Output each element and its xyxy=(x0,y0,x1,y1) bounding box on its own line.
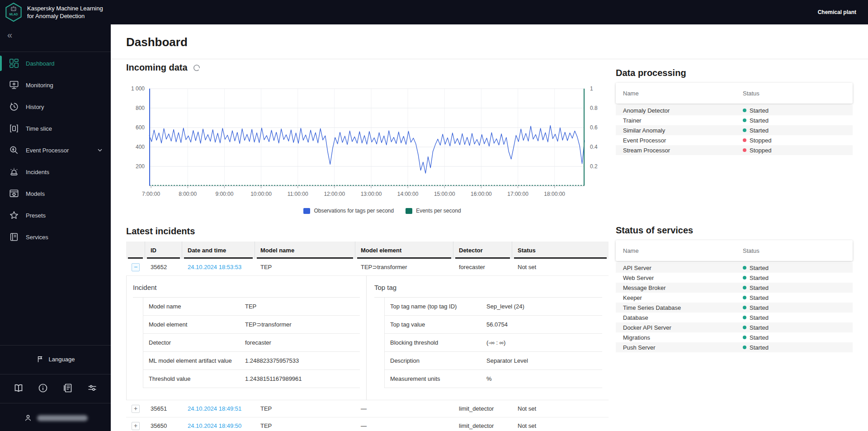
column-header-detector[interactable]: Detector xyxy=(453,242,512,259)
svg-text:0.8: 0.8 xyxy=(590,105,598,111)
incident-row-35650: + 35650 24.10.2024 18:49:50 TEP — limit_… xyxy=(126,417,609,431)
svg-text:9:00:00: 9:00:00 xyxy=(215,191,233,197)
service-name: Message Broker xyxy=(616,284,666,291)
table-row: Event Processor Stopped xyxy=(616,135,853,145)
about-button[interactable] xyxy=(36,382,50,395)
event-processor-icon xyxy=(9,145,19,155)
detail-value: % xyxy=(486,375,492,382)
detail-value: TEP xyxy=(245,303,256,310)
incident-status: Not set xyxy=(512,417,609,431)
sidebar-item-label: Services xyxy=(26,234,48,241)
top-tag-detail-panel: Top tag Top tag name (top tag ID)Sep_lev… xyxy=(367,276,609,400)
sidebar-item-services[interactable]: Services xyxy=(0,226,111,248)
settings-button[interactable] xyxy=(85,382,99,395)
table-row: Trainer Started xyxy=(616,115,853,125)
detail-row: Threshold value1.2438151167989961 xyxy=(143,370,360,388)
sidebar-item-label: Models xyxy=(26,190,45,197)
detail-row: Measurement units% xyxy=(385,370,602,388)
svg-text:400: 400 xyxy=(136,144,145,150)
column-header-status[interactable]: Status xyxy=(512,242,609,259)
models-icon xyxy=(9,189,19,199)
detail-row: ML model element artifact value1.2488233… xyxy=(143,352,360,370)
incident-element: — xyxy=(355,400,453,417)
svg-text:11:00:00: 11:00:00 xyxy=(288,191,308,197)
svg-text:7:00:00: 7:00:00 xyxy=(142,191,160,197)
sidebar-item-presets[interactable]: Presets xyxy=(0,204,111,226)
sidebar-item-dashboard[interactable]: Dashboard xyxy=(0,52,111,74)
service-name: Database xyxy=(616,314,648,321)
detail-row: Top tag name (top tag ID)Sep_level (24) xyxy=(385,298,602,316)
service-name: Push Server xyxy=(616,344,656,351)
documentation-button[interactable] xyxy=(12,382,25,395)
main-content: Dashboard Incoming data 7:00:008:00:009:… xyxy=(111,24,868,431)
status-label: Started xyxy=(750,304,769,311)
table-row: Stream Processor Stopped xyxy=(616,145,853,155)
book-open-icon xyxy=(13,383,24,393)
sidebar-item-monitoring[interactable]: Monitoring xyxy=(0,74,111,96)
incident-date-link[interactable]: 24.10.2024 18:49:50 xyxy=(188,422,241,429)
svg-text:16:00:00: 16:00:00 xyxy=(471,191,492,197)
services-rows: API Server Started Web Server Started Me… xyxy=(616,263,853,352)
expand-row-button[interactable]: + xyxy=(132,405,140,413)
column-header-model-element[interactable]: Model element xyxy=(355,242,453,259)
sidebar-divider xyxy=(0,345,111,346)
data-processing-title: Data processing xyxy=(616,68,853,78)
detail-label: Top tag value xyxy=(390,321,486,328)
svg-text:10:00:00: 10:00:00 xyxy=(250,191,272,197)
table-header: Name Status xyxy=(616,83,853,104)
time-slice-icon xyxy=(9,123,19,133)
svg-text:0.6: 0.6 xyxy=(590,124,598,131)
detail-row: Model nameTEP xyxy=(143,298,360,316)
column-header-id[interactable]: ID xyxy=(145,242,182,259)
sidebar-item-label: Monitoring xyxy=(26,82,53,89)
incident-date-link[interactable]: 24.10.2024 18:49:51 xyxy=(188,405,241,412)
collapse-row-button[interactable]: − xyxy=(132,263,140,271)
incident-detail-panel: Incident Model nameTEP Model elementTEP⊃… xyxy=(127,276,367,400)
sidebar-item-label: Time slice xyxy=(26,125,52,132)
table-row: Docker API Server Started xyxy=(616,322,853,332)
status-label: Started xyxy=(750,324,769,331)
incident-date-link[interactable]: 24.10.2024 18:53:53 xyxy=(188,264,241,270)
incidents-table: ID Date and time Model name Model elemen… xyxy=(126,242,609,431)
sidebar-item-event-processor[interactable]: Event Processor xyxy=(0,139,111,161)
sidebar-item-incidents[interactable]: Incidents xyxy=(0,161,111,183)
incident-model: TEP xyxy=(255,400,355,417)
expand-row-button[interactable]: + xyxy=(132,422,140,430)
column-header-name: Name xyxy=(616,90,639,97)
column-header-date[interactable]: Date and time xyxy=(182,242,255,259)
incident-detector: limit_detector xyxy=(453,400,512,417)
incident-row-35652: − 35652 24.10.2024 18:53:53 TEP TEP⊃tran… xyxy=(126,259,609,276)
svg-text:0.2: 0.2 xyxy=(590,163,598,170)
column-header-model-name[interactable]: Model name xyxy=(255,242,355,259)
latest-incidents-title: Latest incidents xyxy=(126,226,609,237)
incoming-data-chart: 7:00:008:00:009:00:0010:00:0011:00:0012:… xyxy=(124,84,609,204)
service-name: Trainer xyxy=(616,117,642,124)
status-dot xyxy=(743,336,746,339)
detail-value: 56.0754 xyxy=(486,321,508,328)
changelog-icon xyxy=(62,383,73,393)
sidebar-item-history[interactable]: History xyxy=(0,96,111,118)
status-label: Started xyxy=(750,294,769,301)
svg-text:600: 600 xyxy=(136,124,145,131)
status-dot xyxy=(743,148,746,152)
svg-text:18:00:00: 18:00:00 xyxy=(544,191,565,197)
sidebar-collapse-button[interactable]: « xyxy=(7,28,21,42)
status-label: Started xyxy=(750,127,769,134)
sidebar-item-models[interactable]: Models xyxy=(0,183,111,204)
svg-text:1 000: 1 000 xyxy=(131,85,145,92)
incident-detail-title: Incident xyxy=(133,284,366,291)
sidebar-item-time-slice[interactable]: Time slice xyxy=(0,118,111,139)
page-divider xyxy=(111,59,868,59)
sidebar: « Dashboard Monitoring xyxy=(0,24,111,431)
user-account[interactable] xyxy=(0,412,111,424)
status-label: Started xyxy=(750,117,769,124)
language-button[interactable]: Language xyxy=(0,353,111,365)
changelog-button[interactable] xyxy=(61,382,75,395)
service-name: Keeper xyxy=(616,294,642,301)
table-row: Keeper Started xyxy=(616,293,853,303)
app-title: Kaspersky Machine Learning for Anomaly D… xyxy=(27,5,103,20)
svg-text:200: 200 xyxy=(136,163,145,170)
refresh-spinner-icon xyxy=(192,63,201,72)
incident-element: — xyxy=(355,417,453,431)
table-row: Similar Anomaly Started xyxy=(616,125,853,135)
